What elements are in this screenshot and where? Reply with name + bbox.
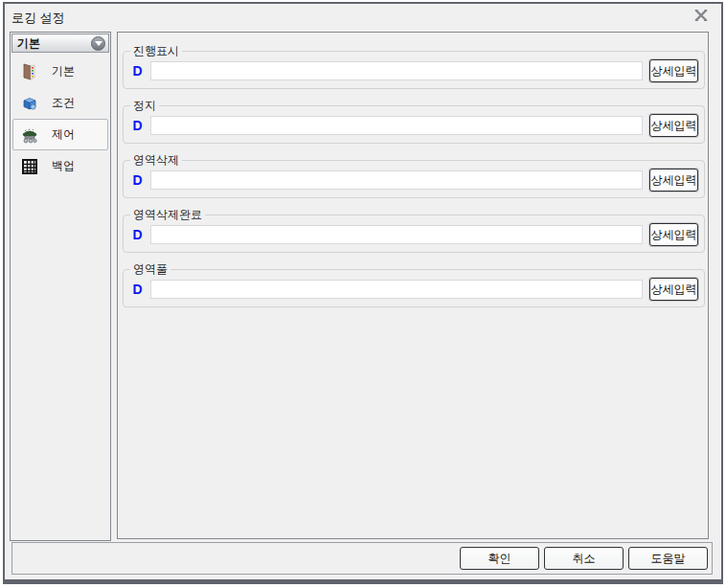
sidebar-item-label: 백업 [52, 158, 75, 174]
group-progress-display: 진행표시 D 상세입력 [123, 51, 705, 89]
group-area-delete: 영역삭제 D 상세입력 [123, 160, 705, 198]
sidebar-item-backup[interactable]: 백업 [12, 150, 108, 182]
sidebar-item-label: 제어 [52, 126, 75, 143]
group-label: 진행표시 [130, 44, 182, 58]
sidebar-header-label: 기본 [17, 35, 40, 52]
area-delete-input[interactable] [150, 170, 643, 190]
sidebar-item-label: 조건 [52, 95, 75, 111]
group-label: 영역삭제 [130, 153, 182, 168]
help-button[interactable]: 도움말 [628, 547, 708, 570]
detail-input-button[interactable]: 상세입력 [649, 59, 698, 82]
group-label: 정지 [130, 99, 159, 113]
device-prefix-label: D [131, 172, 144, 188]
area-delete-complete-input[interactable] [150, 225, 643, 244]
close-icon[interactable] [692, 8, 710, 23]
ok-button[interactable]: 확인 [460, 547, 539, 570]
detail-input-button[interactable]: 상세입력 [649, 169, 698, 192]
group-label: 영역삭제완료 [130, 208, 205, 222]
device-prefix-label: D [131, 282, 144, 297]
sidebar-item-list: 기본 조건 [11, 56, 110, 182]
device-prefix-label: D [131, 227, 144, 242]
settings-panel: 진행표시 D 상세입력 정지 D 상세입력 영역삭제 D 상세입력 [117, 32, 709, 539]
sidebar-item-label: 기본 [52, 63, 75, 79]
progress-display-input[interactable] [150, 61, 643, 80]
detail-input-button[interactable]: 상세입력 [649, 278, 698, 301]
backup-table-icon [19, 156, 40, 177]
device-prefix-label: D [131, 118, 144, 133]
group-area-delete-complete: 영역삭제완료 D 상세입력 [123, 215, 705, 253]
footer-bar: 확인 취소 도움말 [11, 542, 713, 575]
group-label: 영역풀 [130, 262, 170, 277]
chevron-down-icon[interactable] [91, 36, 105, 51]
control-machine-icon [19, 124, 40, 146]
cancel-button[interactable]: 취소 [544, 547, 624, 570]
area-pool-input[interactable] [150, 280, 643, 299]
logging-settings-dialog: 로깅 설정 기본 [3, 2, 723, 584]
sidebar-item-basic[interactable]: 기본 [12, 56, 108, 87]
category-sidebar: 기본 기본 [10, 32, 111, 541]
detail-input-button[interactable]: 상세입력 [649, 223, 698, 246]
dialog-title: 로깅 설정 [11, 10, 65, 27]
sidebar-item-condition[interactable]: 조건 [12, 87, 108, 119]
group-stop: 정지 D 상세입력 [123, 105, 705, 144]
sidebar-header[interactable]: 기본 [11, 34, 109, 53]
basic-door-icon [19, 61, 40, 82]
group-area-pool: 영역풀 D 상세입력 [123, 269, 705, 307]
detail-input-button[interactable]: 상세입력 [649, 114, 698, 137]
stop-input[interactable] [150, 116, 643, 135]
condition-cube-icon [19, 93, 40, 114]
sidebar-item-control[interactable]: 제어 [12, 119, 108, 150]
device-prefix-label: D [131, 63, 144, 79]
title-bar: 로깅 설정 [5, 4, 721, 30]
